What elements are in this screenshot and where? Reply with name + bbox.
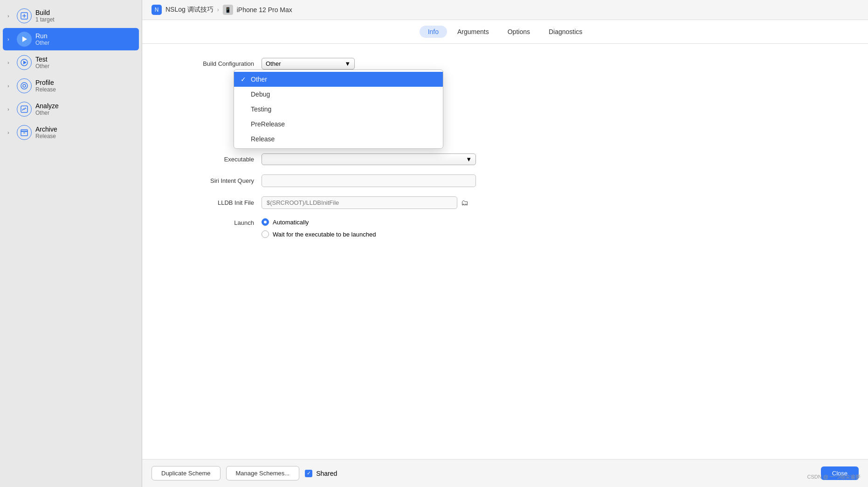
dropdown-item-prerelease[interactable]: PreRelease bbox=[234, 117, 443, 132]
tab-diagnostics[interactable]: Diagnostics bbox=[540, 26, 591, 38]
dropdown-item-testing[interactable]: Testing bbox=[234, 102, 443, 117]
main-container: › Build 1 target › Run bbox=[0, 0, 868, 487]
app-name: NSLog 调试技巧 bbox=[165, 6, 214, 14]
svg-point-7 bbox=[23, 84, 26, 87]
archive-subtitle: Release bbox=[35, 133, 57, 139]
breadcrumb: N NSLog 调试技巧 › 📱 iPhone 12 Pro Max bbox=[152, 5, 292, 15]
build-configuration-dropdown[interactable]: Other ▼ ✓ Other Debug bbox=[262, 58, 355, 70]
shared-label: Shared bbox=[316, 470, 337, 477]
launch-wait-option[interactable]: Wait for the executable to be launched bbox=[262, 230, 849, 238]
test-subtitle: Other bbox=[35, 63, 49, 70]
launch-label: Launch bbox=[161, 218, 254, 226]
siri-intent-row: Siri Intent Query bbox=[161, 174, 849, 187]
svg-marker-5 bbox=[23, 61, 27, 64]
archive-icon bbox=[17, 125, 32, 140]
sidebar-item-build[interactable]: › Build 1 target bbox=[3, 5, 139, 27]
executable-control: ▼ bbox=[262, 153, 849, 165]
tab-info[interactable]: Info bbox=[420, 26, 447, 38]
dropdown-item-testing-label: Testing bbox=[251, 105, 271, 113]
sidebar-item-test[interactable]: › Test Other bbox=[3, 51, 139, 74]
tab-arguments[interactable]: Arguments bbox=[449, 26, 497, 38]
dropdown-menu: ✓ Other Debug Testing PreRelease bbox=[234, 70, 443, 149]
test-title: Test bbox=[35, 56, 49, 63]
tabs-bar: Info Arguments Options Diagnostics bbox=[142, 20, 868, 44]
chevron-run-icon: › bbox=[7, 36, 13, 42]
chevron-profile-icon: › bbox=[7, 83, 13, 89]
launch-radio-group: Automatically Wait for the executable to… bbox=[262, 218, 849, 238]
manage-schemes-button[interactable]: Manage Schemes... bbox=[226, 466, 300, 480]
sidebar-item-profile[interactable]: › Profile Release bbox=[3, 75, 139, 97]
checkmark-icon: ✓ bbox=[241, 76, 246, 83]
svg-rect-14 bbox=[21, 130, 28, 132]
tab-options[interactable]: Options bbox=[499, 26, 538, 38]
svg-marker-3 bbox=[22, 36, 27, 42]
sidebar-item-archive[interactable]: › Archive Release bbox=[3, 121, 139, 144]
test-icon bbox=[17, 55, 32, 70]
launch-wait-radio[interactable] bbox=[262, 230, 269, 238]
lldb-init-row: LLDB Init File 🗂 bbox=[161, 196, 849, 209]
run-icon bbox=[17, 32, 32, 47]
device-icon: 📱 bbox=[223, 5, 233, 15]
build-configuration-label: Build Configuration bbox=[161, 60, 254, 67]
svg-line-12 bbox=[25, 108, 26, 109]
chevron-build-icon: › bbox=[7, 13, 13, 19]
siri-intent-control bbox=[262, 174, 849, 187]
profile-icon bbox=[17, 78, 32, 93]
dropdown-selected-value: Other bbox=[266, 60, 281, 67]
chevron-archive-icon: › bbox=[7, 130, 13, 135]
profile-title: Profile bbox=[35, 79, 56, 86]
lldb-init-label: LLDB Init File bbox=[161, 199, 254, 206]
siri-intent-input[interactable] bbox=[262, 174, 476, 187]
content-area: N NSLog 调试技巧 › 📱 iPhone 12 Pro Max Info … bbox=[142, 0, 868, 487]
shared-checkbox[interactable]: ✓ Shared bbox=[305, 470, 337, 477]
svg-point-6 bbox=[21, 83, 28, 89]
duplicate-scheme-button[interactable]: Duplicate Scheme bbox=[152, 466, 220, 480]
executable-dropdown[interactable]: ▼ bbox=[262, 153, 476, 165]
sidebar: › Build 1 target › Run bbox=[0, 0, 142, 487]
build-configuration-row: Build Configuration Other ▼ ✓ Other bbox=[161, 58, 849, 70]
sidebar-item-analyze[interactable]: › Analyze Other bbox=[3, 98, 139, 120]
dropdown-item-other-label: Other bbox=[251, 76, 267, 83]
bottom-bar: Duplicate Scheme Manage Schemes... ✓ Sha… bbox=[142, 459, 868, 487]
profile-subtitle: Release bbox=[35, 86, 56, 93]
build-configuration-control: Other ▼ ✓ Other Debug bbox=[262, 58, 849, 70]
launch-auto-radio[interactable] bbox=[262, 218, 269, 226]
chevron-test-icon: › bbox=[7, 60, 13, 65]
run-subtitle: Other bbox=[35, 40, 49, 46]
analyze-title: Analyze bbox=[35, 102, 59, 110]
launch-control: Automatically Wait for the executable to… bbox=[262, 218, 849, 238]
dropdown-item-debug[interactable]: Debug bbox=[234, 87, 443, 102]
app-icon: N bbox=[152, 5, 162, 15]
launch-wait-label: Wait for the executable to be launched bbox=[273, 231, 376, 238]
executable-label: Executable bbox=[161, 156, 254, 163]
breadcrumb-separator-icon: › bbox=[217, 7, 219, 13]
executable-row: Executable ▼ bbox=[161, 153, 849, 165]
launch-auto-label: Automatically bbox=[273, 219, 309, 226]
chevron-analyze-icon: › bbox=[7, 106, 13, 112]
shared-checkbox-box[interactable]: ✓ bbox=[305, 470, 312, 477]
folder-icon[interactable]: 🗂 bbox=[461, 199, 468, 207]
launch-row: Launch Automatically Wait for the execut… bbox=[161, 218, 849, 238]
header-bar: N NSLog 调试技巧 › 📱 iPhone 12 Pro Max bbox=[142, 0, 868, 20]
dropdown-item-other[interactable]: ✓ Other bbox=[234, 72, 443, 87]
device-name: iPhone 12 Pro Max bbox=[237, 6, 292, 14]
build-title: Build bbox=[35, 9, 55, 16]
dropdown-chevron-icon: ▼ bbox=[344, 60, 351, 67]
lldb-init-input[interactable] bbox=[262, 196, 457, 209]
executable-chevron-icon: ▼ bbox=[466, 156, 472, 163]
dropdown-trigger[interactable]: Other ▼ bbox=[262, 58, 355, 70]
watermark: CSDN @ 一つ楷尖逾夢 bbox=[807, 473, 861, 480]
form-content: Build Configuration Other ▼ ✓ Other bbox=[142, 44, 868, 459]
dropdown-item-release[interactable]: Release bbox=[234, 132, 443, 146]
dropdown-item-debug-label: Debug bbox=[251, 90, 270, 98]
dropdown-item-prerelease-label: PreRelease bbox=[251, 120, 285, 128]
sidebar-item-run[interactable]: › Run Other bbox=[3, 28, 139, 50]
archive-title: Archive bbox=[35, 125, 57, 133]
lldb-init-control: 🗂 bbox=[262, 196, 849, 209]
run-title: Run bbox=[35, 32, 49, 40]
build-subtitle: 1 target bbox=[35, 16, 55, 23]
dropdown-item-release-label: Release bbox=[251, 135, 275, 143]
siri-intent-label: Siri Intent Query bbox=[161, 177, 254, 184]
analyze-subtitle: Other bbox=[35, 110, 59, 116]
launch-auto-option[interactable]: Automatically bbox=[262, 218, 849, 226]
